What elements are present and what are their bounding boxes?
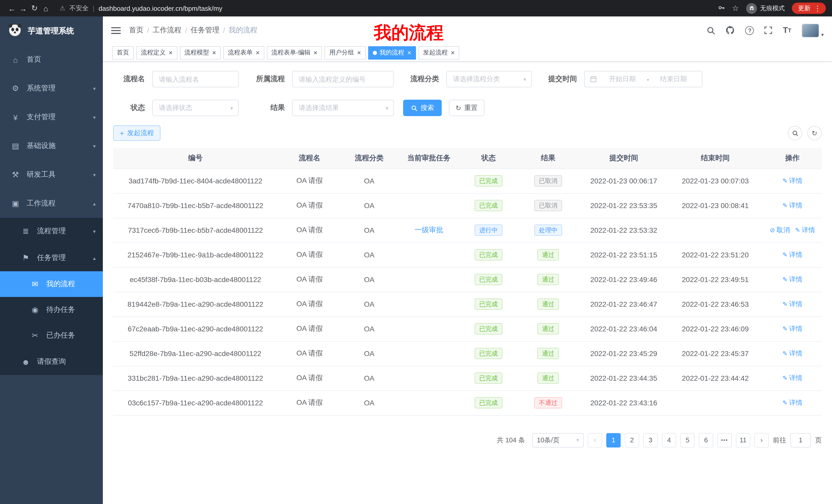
tab-my-process[interactable]: 我的流程× bbox=[368, 46, 416, 59]
process-definition-input[interactable] bbox=[292, 71, 394, 87]
detail-link[interactable]: ✎详情 bbox=[795, 226, 815, 235]
refresh-icon: ↻ bbox=[456, 104, 461, 112]
task-link[interactable]: 一级审批 bbox=[414, 226, 443, 234]
help-icon[interactable]: ? bbox=[745, 26, 754, 35]
detail-link[interactable]: ✎详情 bbox=[782, 300, 802, 309]
submit-time-range-picker[interactable]: 开始日期 - 结束日期 bbox=[584, 71, 702, 87]
sidebar-item-leave-query[interactable]: ☻请假查询 bbox=[0, 348, 103, 375]
user-menu[interactable]: ▾ bbox=[802, 23, 824, 37]
close-icon[interactable]: × bbox=[314, 49, 317, 56]
reload-icon[interactable]: ↻ bbox=[29, 4, 40, 13]
search-button[interactable]: 搜索 bbox=[403, 100, 442, 116]
forward-icon[interactable]: → bbox=[18, 4, 29, 12]
password-key-icon[interactable] bbox=[718, 4, 725, 12]
result-badge: 通过 bbox=[537, 323, 559, 334]
create-process-button[interactable]: + 发起流程 bbox=[113, 125, 160, 141]
toggle-search-button[interactable] bbox=[788, 126, 802, 140]
cell-submit-time: 2022-01-22 23:49:46 bbox=[580, 267, 668, 292]
incognito-icon bbox=[746, 3, 757, 13]
address-bar[interactable]: ⚠ 不安全 | dashboard.yudao.iocoder.cn/bpm/t… bbox=[60, 4, 718, 12]
category-label: 流程分类 bbox=[399, 75, 439, 84]
detail-link[interactable]: ✎详情 bbox=[782, 250, 802, 259]
sidebar-item-task-management[interactable]: ⚑任务管理▴ bbox=[0, 245, 103, 271]
category-select[interactable]: 请选择流程分类 ▾ bbox=[446, 71, 532, 87]
detail-link[interactable]: ✎详情 bbox=[782, 349, 802, 358]
search-icon[interactable] bbox=[707, 26, 716, 35]
process-name-input[interactable] bbox=[152, 71, 239, 87]
cell-actions: ✎详情 bbox=[763, 366, 822, 390]
table-header-row: 编号流程名流程分类当前审批任务状态结果提交时间结束时间操作 bbox=[113, 148, 822, 169]
tab-user-group[interactable]: 用户分组× bbox=[325, 46, 366, 59]
browser-update-button[interactable]: 更新 ⋮ bbox=[792, 3, 826, 14]
page-button-11[interactable]: 11 bbox=[736, 433, 750, 447]
cell-actions: ✎详情 bbox=[763, 193, 822, 218]
tab-home[interactable]: 首页 bbox=[112, 46, 134, 59]
detail-link[interactable]: ✎详情 bbox=[782, 176, 802, 186]
detail-link[interactable]: ✎详情 bbox=[782, 201, 802, 210]
cell-category: OA bbox=[341, 316, 397, 341]
sidebar-item-system-management[interactable]: ⚙系统管理▾ bbox=[0, 74, 103, 103]
sidebar-item-label: 我的流程 bbox=[46, 279, 75, 289]
close-icon[interactable]: × bbox=[451, 49, 454, 56]
page-button-4[interactable]: 4 bbox=[662, 433, 676, 447]
back-icon[interactable]: ← bbox=[6, 4, 18, 12]
github-icon[interactable] bbox=[726, 26, 735, 35]
page-button-1[interactable]: 1 bbox=[606, 433, 621, 447]
update-label: 更新 bbox=[798, 4, 810, 12]
yen-icon: ¥ bbox=[10, 113, 21, 121]
fullscreen-icon[interactable] bbox=[764, 26, 773, 34]
edit-icon: ✎ bbox=[795, 227, 800, 234]
tab-process-form-edit[interactable]: 流程表单-编辑× bbox=[267, 46, 322, 59]
close-icon[interactable]: × bbox=[357, 49, 361, 56]
tab-start-process[interactable]: 发起流程× bbox=[418, 46, 459, 59]
sidebar-item-home[interactable]: ⌂首页 bbox=[0, 45, 103, 74]
detail-link[interactable]: ✎详情 bbox=[782, 275, 802, 284]
sidebar-item-dev-tools[interactable]: ⚒研发工具▾ bbox=[0, 160, 103, 189]
close-icon[interactable]: × bbox=[212, 49, 216, 56]
page-button-5[interactable]: 5 bbox=[680, 433, 695, 447]
bookmark-star-icon[interactable]: ☆ bbox=[732, 4, 739, 13]
sidebar-item-workflow[interactable]: ▣工作流程▴ bbox=[0, 189, 103, 218]
edit-icon: ✎ bbox=[782, 301, 787, 308]
next-page-button[interactable]: › bbox=[754, 433, 769, 447]
sidebar-item-process-management[interactable]: ≣流程管理▾ bbox=[0, 218, 103, 245]
prev-page-button[interactable]: ‹ bbox=[588, 433, 602, 447]
tab-process-form[interactable]: 流程表单× bbox=[223, 46, 264, 59]
cell-submit-time: 2022-01-22 23:53:32 bbox=[580, 218, 668, 243]
detail-link[interactable]: ✎详情 bbox=[782, 373, 802, 383]
page-button-6[interactable]: 6 bbox=[699, 433, 713, 447]
gear-icon: ⚙ bbox=[10, 84, 21, 93]
detail-link[interactable]: ✎详情 bbox=[782, 398, 802, 408]
kebab-menu-icon[interactable]: ⋮ bbox=[814, 4, 821, 12]
tab-process-model[interactable]: 流程模型× bbox=[180, 46, 220, 59]
sidebar-item-todo-tasks[interactable]: ◉待办任务 bbox=[0, 297, 103, 323]
reset-button[interactable]: ↻ 重置 bbox=[449, 100, 485, 116]
goto-page-input[interactable] bbox=[790, 433, 811, 447]
sidebar-item-done-tasks[interactable]: ✂已办任务 bbox=[0, 323, 103, 348]
result-select[interactable]: 请选择流结果 ▾ bbox=[292, 100, 394, 116]
page-button-3[interactable]: 3 bbox=[643, 433, 658, 447]
close-icon[interactable]: × bbox=[256, 49, 259, 56]
sidebar-toggle-icon[interactable] bbox=[111, 26, 121, 34]
breadcrumb-item[interactable]: 任务管理 bbox=[191, 26, 219, 35]
font-size-icon[interactable]: TT bbox=[783, 26, 791, 35]
logo[interactable]: 芋道管理系统 bbox=[0, 17, 103, 45]
cancel-link[interactable]: ⊘取消 bbox=[770, 226, 790, 235]
close-icon[interactable]: × bbox=[169, 49, 173, 56]
page-size-select[interactable]: 10条/页 ▾ bbox=[532, 433, 583, 447]
breadcrumb-item[interactable]: 首页 bbox=[129, 26, 144, 35]
home-icon[interactable]: ⌂ bbox=[40, 4, 51, 12]
tab-label: 发起流程 bbox=[423, 48, 448, 57]
sidebar-item-infrastructure[interactable]: ▤基础设施▾ bbox=[0, 132, 103, 160]
more-pages-button[interactable]: ••• bbox=[717, 433, 732, 447]
status-select[interactable]: 请选择状态 ▾ bbox=[152, 100, 239, 116]
breadcrumb-item[interactable]: 工作流程 bbox=[153, 26, 182, 35]
page-button-2[interactable]: 2 bbox=[625, 433, 639, 447]
reset-button-label: 重置 bbox=[464, 103, 478, 113]
sidebar-item-my-process[interactable]: ✉我的流程 bbox=[0, 271, 103, 297]
refresh-table-button[interactable]: ↻ bbox=[807, 126, 822, 140]
tab-process-definition[interactable]: 流程定义× bbox=[136, 46, 177, 59]
detail-link[interactable]: ✎详情 bbox=[782, 324, 802, 333]
sidebar-item-payment-management[interactable]: ¥支付管理▾ bbox=[0, 103, 103, 132]
close-icon[interactable]: × bbox=[407, 49, 411, 56]
